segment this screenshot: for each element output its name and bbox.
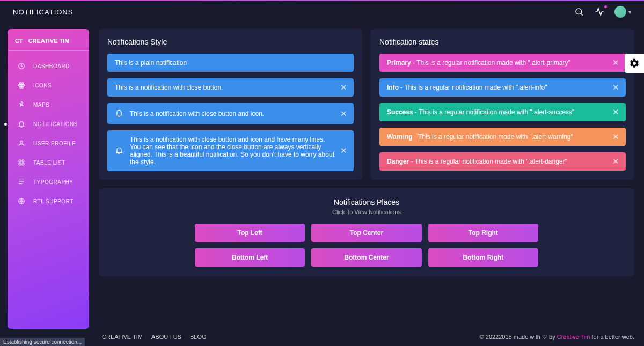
main: CT CREATIVE TIM DASHBOARDICONSMAPSNOTIFI…	[0, 23, 644, 335]
text-icon	[17, 178, 26, 186]
status-bar: Establishing secure connection...	[0, 338, 85, 346]
close-icon[interactable]: ✕	[612, 157, 619, 166]
close-icon[interactable]: ✕	[612, 132, 619, 142]
place-button-bottom-center[interactable]: Bottom Center	[311, 248, 421, 267]
sidebar-item-label: TYPOGRAPHY	[33, 179, 73, 185]
user-icon	[17, 139, 26, 148]
nav-list: DASHBOARDICONSMAPSNOTIFICATIONSUSER PROF…	[8, 56, 89, 211]
sidebar-item-table-list[interactable]: TABLE LIST	[8, 153, 89, 172]
alert-success: Success - This is a regular notification…	[379, 103, 626, 121]
chevron-down-icon: ▾	[628, 9, 631, 15]
alert: This is a notification with close button…	[107, 103, 354, 124]
atom-icon	[17, 81, 26, 90]
footer-copyright: © 20222018 made with ♡ by Creative Tim f…	[480, 334, 634, 341]
page-title: NOTIFICATIONS	[13, 8, 73, 16]
sidebar-item-label: RTL SUPPORT	[33, 198, 74, 204]
globe-icon	[17, 197, 26, 205]
alert-text: Warning - This is a regular notification…	[387, 133, 618, 141]
close-icon[interactable]: ✕	[340, 109, 347, 119]
brand[interactable]: CT CREATIVE TIM	[8, 35, 89, 51]
place-button-top-right[interactable]: Top Right	[428, 224, 538, 242]
sidebar-item-rtl-support[interactable]: RTL SUPPORT	[8, 192, 89, 211]
alert: This is a notification with close button…	[107, 78, 354, 97]
alert-text: This is a plain notification	[115, 59, 346, 67]
close-icon[interactable]: ✕	[612, 58, 619, 68]
svg-point-3	[21, 85, 22, 86]
bell-icon	[17, 120, 26, 128]
footer: CREATIVE TIMABOUT USBLOG © 20222018 made…	[102, 334, 634, 341]
bell-icon	[115, 146, 123, 156]
pin-icon	[17, 100, 26, 109]
bell-icon	[115, 108, 123, 119]
alert-text: This is a notification with close button…	[115, 84, 346, 91]
alert-text: Info - This is a regular notification ma…	[387, 84, 618, 91]
place-button-bottom-right[interactable]: Bottom Right	[428, 248, 538, 267]
sidebar-item-typography[interactable]: TYPOGRAPHY	[8, 172, 89, 192]
alert-text: Success - This is a regular notification…	[387, 108, 618, 116]
places-subtitle: Click To View Notifications	[108, 209, 625, 215]
alert-text: This is a notification with close button…	[130, 110, 346, 117]
footer-links: CREATIVE TIMABOUT USBLOG	[102, 334, 207, 341]
card-title: Notifications Style	[107, 38, 354, 46]
alert-primary: Primary - This is a regular notification…	[379, 54, 626, 72]
sidebar-item-maps[interactable]: MAPS	[8, 95, 89, 114]
puzzle-icon	[17, 158, 26, 167]
copy-text: by	[547, 334, 557, 340]
dashboard-icon	[17, 62, 26, 70]
alert-info: Info - This is a regular notification ma…	[379, 78, 626, 97]
search-icon[interactable]	[574, 6, 584, 17]
place-button-bottom-left[interactable]: Bottom Left	[195, 248, 305, 267]
sidebar-item-notifications[interactable]: NOTIFICATIONS	[8, 114, 89, 134]
footer-link[interactable]: BLOG	[190, 334, 207, 341]
sidebar-item-label: USER PROFILE	[33, 141, 76, 146]
sidebar-item-dashboard[interactable]: DASHBOARD	[8, 56, 89, 76]
card-notifications-style: Notifications Style This is a plain noti…	[99, 29, 362, 180]
sidebar-item-icons[interactable]: ICONS	[8, 76, 89, 95]
svg-point-0	[576, 9, 582, 14]
sidebar: CT CREATIVE TIM DASHBOARDICONSMAPSNOTIFI…	[8, 29, 89, 329]
header: NOTIFICATIONS ▾	[0, 1, 644, 23]
header-actions: ▾	[574, 6, 631, 18]
close-icon[interactable]: ✕	[340, 146, 347, 156]
close-icon[interactable]: ✕	[612, 107, 619, 117]
sidebar-item-label: MAPS	[33, 102, 49, 108]
brand-short: CT	[15, 38, 23, 44]
card-title: Notification states	[379, 38, 626, 46]
svg-point-7	[20, 141, 23, 143]
user-menu[interactable]: ▾	[614, 6, 631, 18]
brand-name: CREATIVE TIM	[28, 38, 70, 44]
heart-icon: ♡	[542, 334, 547, 340]
activity-icon[interactable]	[594, 6, 605, 17]
sidebar-item-label: ICONS	[33, 83, 52, 89]
alert-text: This is a notification with close button…	[130, 136, 346, 166]
card-notification-states: Notification states Primary - This is a …	[371, 29, 634, 180]
card-notifications-places: Notifications Places Click To View Notif…	[99, 188, 634, 276]
sidebar-item-user-profile[interactable]: USER PROFILE	[8, 134, 89, 153]
footer-link[interactable]: ABOUT US	[151, 334, 181, 341]
footer-brand-link[interactable]: Creative Tim	[557, 334, 590, 340]
place-button-top-left[interactable]: Top Left	[195, 224, 305, 242]
alert: This is a plain notification	[107, 54, 354, 72]
close-icon[interactable]: ✕	[340, 83, 347, 92]
alert: This is a notification with close button…	[107, 130, 354, 171]
content: Notifications Style This is a plain noti…	[89, 23, 644, 335]
close-icon[interactable]: ✕	[612, 83, 619, 92]
sidebar-item-label: NOTIFICATIONS	[33, 121, 78, 127]
alert-warning: Warning - This is a regular notification…	[379, 128, 626, 146]
place-button-top-center[interactable]: Top Center	[311, 224, 421, 242]
copy-text: © 20222018 made with	[480, 334, 542, 340]
settings-button[interactable]	[625, 54, 644, 73]
footer-link[interactable]: CREATIVE TIM	[102, 334, 143, 341]
alert-text: Primary - This is a regular notification…	[387, 59, 618, 67]
alert-danger: Danger - This is a regular notification …	[379, 152, 626, 171]
places-title: Notifications Places	[108, 198, 625, 207]
sidebar-item-label: TABLE LIST	[33, 160, 65, 166]
svg-line-1	[581, 13, 582, 15]
sidebar-item-label: DASHBOARD	[33, 63, 70, 69]
alert-text: Danger - This is a regular notification …	[387, 158, 618, 165]
avatar	[614, 6, 626, 18]
copy-text: for a better web.	[590, 334, 634, 340]
